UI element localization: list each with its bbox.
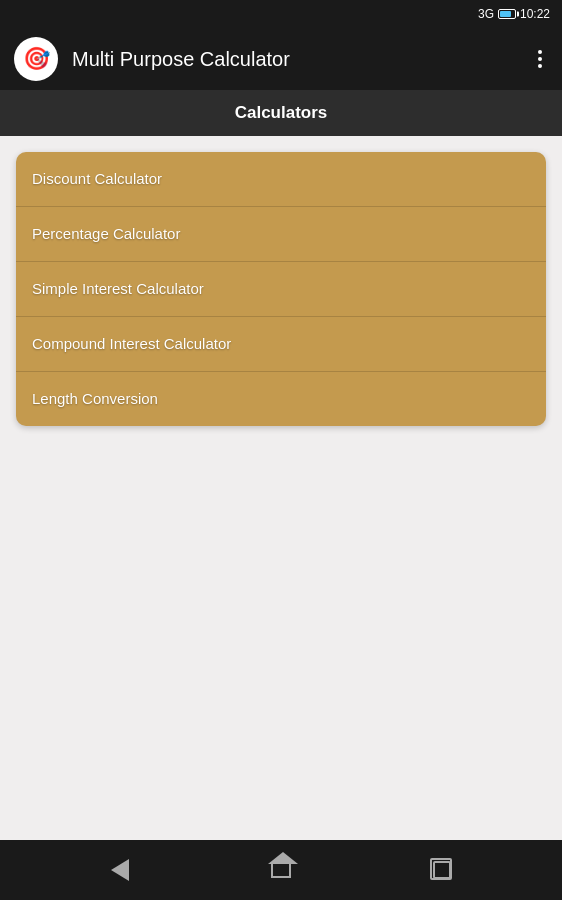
network-indicator: 3G (478, 7, 494, 21)
overflow-menu-button[interactable] (532, 44, 548, 74)
home-icon (271, 862, 291, 878)
recent-apps-icon (433, 861, 451, 879)
app-logo: 🎯 (14, 37, 58, 81)
home-button[interactable] (251, 854, 311, 886)
app-logo-icon: 🎯 (23, 46, 50, 72)
back-icon (111, 859, 129, 881)
back-button[interactable] (91, 851, 149, 889)
calculator-list: Discount CalculatorPercentage Calculator… (16, 152, 546, 426)
bottom-nav (0, 840, 562, 900)
calculator-item-simple-interest[interactable]: Simple Interest Calculator (16, 262, 546, 317)
status-bar: 3G 10:22 (0, 0, 562, 28)
calculator-item-label-simple-interest: Simple Interest Calculator (32, 280, 204, 297)
section-title: Calculators (235, 103, 328, 123)
calculator-item-compound-interest[interactable]: Compound Interest Calculator (16, 317, 546, 372)
main-content: Discount CalculatorPercentage Calculator… (0, 136, 562, 840)
calculator-item-label-compound-interest: Compound Interest Calculator (32, 335, 231, 352)
battery-icon (498, 9, 516, 19)
app-title: Multi Purpose Calculator (72, 48, 518, 71)
overflow-dot-3 (538, 64, 542, 68)
calculator-item-label-percentage: Percentage Calculator (32, 225, 180, 242)
overflow-dot-1 (538, 50, 542, 54)
recent-apps-button[interactable] (413, 853, 471, 887)
clock: 10:22 (520, 7, 550, 21)
calculator-item-percentage[interactable]: Percentage Calculator (16, 207, 546, 262)
calculator-item-label-discount: Discount Calculator (32, 170, 162, 187)
app-bar: 🎯 Multi Purpose Calculator (0, 28, 562, 90)
calculator-item-discount[interactable]: Discount Calculator (16, 152, 546, 207)
section-header: Calculators (0, 90, 562, 136)
calculator-item-length-conversion[interactable]: Length Conversion (16, 372, 546, 426)
calculator-item-label-length-conversion: Length Conversion (32, 390, 158, 407)
status-icons: 3G 10:22 (478, 7, 550, 21)
overflow-dot-2 (538, 57, 542, 61)
